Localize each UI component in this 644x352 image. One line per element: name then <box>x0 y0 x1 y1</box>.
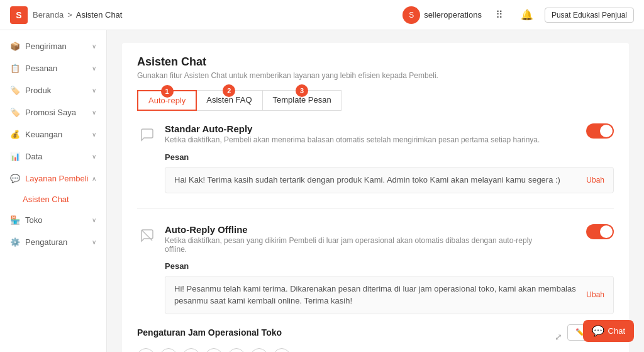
days-row: S M T W T F S <box>137 348 614 353</box>
offline-msg-label: Pesan <box>165 261 614 271</box>
sidebar-item-pengiriman[interactable]: 📦 Pengiriman ∨ <box>0 35 106 57</box>
offline-msg-box: Hi! Pesanmu telah kami terima. Dikarenak… <box>165 276 614 314</box>
standar-auto-reply-section: Standar Auto-Reply Ketika diaktifkan, Pe… <box>137 123 614 209</box>
header-left: S Beranda > Asisten Chat <box>10 6 122 24</box>
auto-reply-offline-title: Auto-Reply Offline <box>165 224 542 235</box>
sidebar-item-pengaturan[interactable]: ⚙️ Pengaturan ∨ <box>0 231 106 253</box>
bell-icon[interactable]: 🔔 <box>517 5 537 25</box>
sidebar-label-keuangan: Keuangan <box>25 130 62 139</box>
toggle-knob <box>600 125 613 137</box>
toggle-knob-2 <box>600 225 613 238</box>
sidebar-item-layanan[interactable]: 💬 Layanan Pembeli ∧ <box>0 167 106 190</box>
chevron-down-icon: ∨ <box>92 239 96 246</box>
chat-fab-label: Chat <box>608 326 625 336</box>
chat-fab-icon: 💬 <box>592 325 604 337</box>
main-content: Asisten Chat Gunakan fitur Asisten Chat … <box>107 30 644 352</box>
page-title: Asisten Chat <box>137 55 614 69</box>
standar-auto-reply-subtitle: Ketika diaktifkan, Pembeli akan menerima… <box>165 135 540 144</box>
chevron-up-icon: ∧ <box>92 175 96 182</box>
edu-button[interactable]: Pusat Edukasi Penjual <box>545 8 634 23</box>
sidebar-label-pengiriman: Pengiriman <box>25 42 67 51</box>
content-card: Asisten Chat Gunakan fitur Asisten Chat … <box>122 43 629 352</box>
chat-message-icon <box>137 125 157 145</box>
layout: 📦 Pengiriman ∨ 📋 Pesanan ∨ 🏷️ Produk ∨ 🏷… <box>0 30 644 352</box>
breadcrumb-home[interactable]: Beranda <box>33 10 64 20</box>
standar-msg-box: Hai Kak! Terima kasih sudah tertarik den… <box>165 167 614 193</box>
header: S Beranda > Asisten Chat S selleroperati… <box>0 0 644 30</box>
sidebar-label-layanan: Layanan Pembeli <box>25 174 88 183</box>
breadcrumb-current: Asisten Chat <box>76 10 123 20</box>
pengaturan-icon: ⚙️ <box>10 237 20 247</box>
chevron-down-icon: ∨ <box>92 87 96 94</box>
chevron-down-icon: ∨ <box>92 153 96 160</box>
shopee-logo: S <box>10 6 28 24</box>
standar-auto-reply-header: Standar Auto-Reply Ketika diaktifkan, Pe… <box>137 123 614 145</box>
auto-reply-offline-subtitle: Ketika diaktifkan, pesan yang dikirim Pe… <box>165 236 542 254</box>
auto-reply-offline-section: Auto-Reply Offline Ketika diaktifkan, pe… <box>137 224 614 353</box>
page-description: Gunakan fitur Asisten Chat untuk memberi… <box>137 71 614 80</box>
day-wednesday: W <box>205 348 223 353</box>
tab-template-pesan-badge: 3 <box>296 84 308 97</box>
expand-icon[interactable]: ⤢ <box>555 332 562 342</box>
offline-edit-button[interactable]: Ubah <box>586 290 604 299</box>
sidebar-item-data[interactable]: 📊 Data ∨ <box>0 145 106 167</box>
data-icon: 📊 <box>10 152 20 161</box>
offline-chat-icon <box>137 225 157 246</box>
operating-hours-section: Pengaturan Jam Operasional Toko ✏️ Ubah … <box>137 324 614 353</box>
sidebar: 📦 Pengiriman ∨ 📋 Pesanan ∨ 🏷️ Produk ∨ 🏷… <box>0 30 107 352</box>
sidebar-label-promosi: Promosi Saya <box>25 108 76 117</box>
sidebar-item-produk[interactable]: 🏷️ Produk ∨ <box>0 79 106 101</box>
auto-reply-offline-toggle[interactable] <box>586 224 614 239</box>
user-avatar: S <box>402 6 420 24</box>
sidebar-label-data: Data <box>25 152 42 161</box>
tab-asisten-faq[interactable]: Asisten FAQ 2 <box>196 91 262 110</box>
toko-icon: 🏪 <box>10 215 20 225</box>
standar-msg-text: Hai Kak! Terima kasih sudah tertarik den… <box>174 174 576 186</box>
sidebar-item-toko[interactable]: 🏪 Toko ∨ <box>0 209 106 231</box>
tabs: Auto-reply 1 Asisten FAQ 2 Template Pesa… <box>137 90 342 111</box>
grid-icon[interactable]: ⠿ <box>489 5 509 25</box>
sidebar-label-asisten-chat: Asisten Chat <box>23 195 69 204</box>
sidebar-item-asisten-chat[interactable]: Asisten Chat <box>0 190 106 209</box>
user-name: selleroperations <box>424 10 482 20</box>
tab-template-pesan[interactable]: Template Pesan 3 <box>263 91 341 110</box>
day-monday: M <box>160 348 177 353</box>
produk-icon: 🏷️ <box>10 86 20 95</box>
offline-msg-text: Hi! Pesanmu telah kami terima. Dikarenak… <box>174 283 576 307</box>
day-friday: F <box>250 348 268 353</box>
op-hours-title: Pengaturan Jam Operasional Toko <box>137 327 282 338</box>
chevron-down-icon: ∨ <box>92 65 96 72</box>
header-user: S selleroperations <box>402 6 482 24</box>
standar-auto-reply-toggle[interactable] <box>586 123 614 139</box>
pesanan-icon: 📋 <box>10 64 20 73</box>
chevron-down-icon: ∨ <box>92 43 96 50</box>
day-saturday: S <box>273 348 291 353</box>
sidebar-item-promosi[interactable]: 🏷️ Promosi Saya ∨ <box>0 101 106 123</box>
tab-auto-reply[interactable]: Auto-reply 1 <box>137 90 197 111</box>
sidebar-item-keuangan[interactable]: 💰 Keuangan ∨ <box>0 123 106 145</box>
day-thursday: T <box>228 348 245 353</box>
chevron-down-icon: ∨ <box>92 217 96 224</box>
tab-asisten-faq-badge: 2 <box>223 84 235 97</box>
sidebar-label-pesanan: Pesanan <box>25 64 57 73</box>
day-tuesday: T <box>182 348 200 353</box>
sidebar-label-toko: Toko <box>25 215 42 225</box>
auto-reply-offline-header: Auto-Reply Offline Ketika diaktifkan, pe… <box>137 224 614 254</box>
sidebar-label-pengaturan: Pengaturan <box>25 237 67 247</box>
breadcrumb: Beranda > Asisten Chat <box>33 10 122 20</box>
keuangan-icon: 💰 <box>10 130 20 139</box>
standar-auto-reply-title: Standar Auto-Reply <box>165 123 540 134</box>
chevron-down-icon: ∨ <box>92 131 96 138</box>
chevron-down-icon: ∨ <box>92 109 96 116</box>
sidebar-label-produk: Produk <box>25 86 51 95</box>
sidebar-item-pesanan[interactable]: 📋 Pesanan ∨ <box>0 57 106 79</box>
chat-fab[interactable]: 💬 Chat <box>583 320 634 342</box>
layanan-icon: 💬 <box>10 174 20 183</box>
promosi-icon: 🏷️ <box>10 108 20 117</box>
breadcrumb-separator: > <box>67 10 72 20</box>
pengiriman-icon: 📦 <box>10 42 20 51</box>
day-sunday: S <box>137 348 155 353</box>
standar-edit-button[interactable]: Ubah <box>586 176 604 185</box>
header-right: S selleroperations ⠿ 🔔 Pusat Edukasi Pen… <box>402 5 634 25</box>
standar-msg-label: Pesan <box>165 152 614 162</box>
